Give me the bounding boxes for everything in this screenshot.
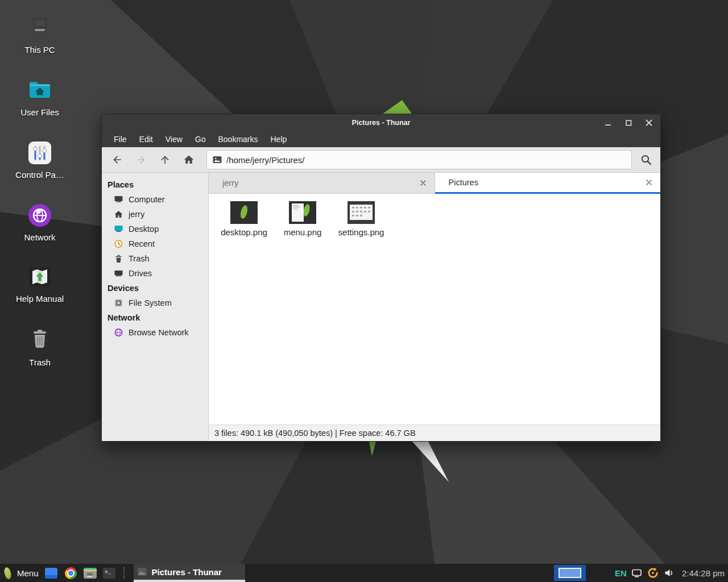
tab-bar: jerry Pictures [209,173,660,194]
sidebar-item-label: Drives [129,269,152,278]
path-bar[interactable]: /home/jerry/Pictures/ [206,150,632,169]
launcher-file-manager[interactable] [84,567,97,579]
menu-go[interactable]: Go [189,131,212,147]
task-button-thunar[interactable]: Pictures - Thunar [134,564,245,582]
chrome-icon [65,567,77,579]
file-list-view[interactable]: desktop.png menu.png [209,194,660,425]
toolbar: /home/jerry/Pictures/ [102,147,660,173]
update-manager-icon[interactable] [647,567,659,579]
sidebar-header-devices: Devices [102,281,208,296]
volume-icon[interactable] [664,568,675,577]
terminal-icon: >_ [103,568,115,579]
window-titlebar[interactable]: Pictures - Thunar [102,114,660,131]
trash-can-icon [27,327,53,354]
workspace-switcher[interactable] [554,565,586,581]
file-name: settings.png [338,227,384,237]
sidebar-item-label: jerry [129,210,144,219]
desktop-icon-network[interactable]: Network [5,202,75,242]
computer-icon [114,195,123,204]
sidebar-item-label: Recent [129,239,155,248]
desktop-icon-control-panel[interactable]: Control Pa… [5,140,75,180]
file-drawer-icon [84,568,97,579]
window-title: Pictures - Thunar [352,119,411,127]
menu-edit[interactable]: Edit [133,131,159,147]
search-button[interactable] [634,149,658,170]
sidebar-item-label: Browse Network [129,328,189,337]
launcher-blue-app[interactable] [45,567,58,579]
desktop-icon-label: Trash [29,357,51,367]
menu-view[interactable]: View [159,131,189,147]
sidebar-item-desktop[interactable]: Desktop [102,222,208,236]
home-icon [114,210,123,219]
tab-close-icon[interactable] [419,179,427,187]
launcher-chrome[interactable] [64,567,77,579]
desktop-icon-label: Control Pa… [15,170,64,180]
sidebar-item-browse-network[interactable]: Browse Network [102,325,208,340]
mint-menu-logo-icon[interactable] [3,566,13,579]
pc-icon [27,15,53,41]
tab-label: Pictures [449,178,478,187]
browse-network-globe-icon [114,328,123,337]
sidebar-item-label: File System [129,298,172,307]
clock[interactable]: 2:44:28 pm [680,568,725,578]
menu-button[interactable]: Menu [17,568,39,578]
sidebar: Places Computer jerry Desktop Recent Tra… [102,173,209,441]
maximize-icon[interactable] [624,118,633,127]
launcher-terminal[interactable]: >_ [103,567,116,579]
sidebar-item-file-system[interactable]: File System [102,296,208,310]
close-icon[interactable] [644,118,653,127]
sidebar-item-drives[interactable]: Drives [102,266,208,281]
image-window-icon [138,568,147,576]
tab-label: jerry [222,178,238,188]
home-button[interactable] [178,149,200,170]
file-item-desktop-png[interactable]: desktop.png [217,201,271,237]
menu-help[interactable]: Help [264,131,293,147]
menubar: File Edit View Go Bookmarks Help [102,131,660,147]
keyboard-layout-indicator[interactable]: EN [615,568,627,578]
desktop-icon-label: User Files [20,107,59,117]
desktop-icon-trash[interactable]: Trash [5,327,75,367]
menu-file[interactable]: File [107,131,133,147]
display-tray-icon[interactable] [632,569,642,577]
tab-jerry[interactable]: jerry [209,173,435,194]
sidebar-header-network: Network [102,310,208,325]
network-globe-icon [27,202,53,228]
file-name: menu.png [284,227,322,237]
status-bar: 3 files: 490.1 kB (490,050 bytes) | Free… [209,425,660,441]
sidebar-item-label: Computer [129,195,165,204]
file-item-menu-png[interactable]: menu.png [275,201,330,237]
thunar-window: Pictures - Thunar File Edit View Go Book… [101,114,661,442]
up-button[interactable] [154,149,176,170]
sidebar-item-recent[interactable]: Recent [102,236,208,251]
folder-home-icon [27,77,53,103]
forward-button[interactable] [130,149,152,170]
sidebar-item-label: Desktop [129,225,159,234]
desktop-icon-this-pc[interactable]: This PC [5,15,75,55]
blue-window-icon [45,568,57,579]
desktop-icon-user-files[interactable]: User Files [5,77,75,117]
image-file-icon [213,156,222,164]
recent-clock-icon [114,239,123,248]
up-arrow-icon [159,154,171,165]
back-button[interactable] [106,149,128,170]
forward-arrow-icon [135,154,147,165]
filesystem-drive-icon [114,298,123,307]
tab-pictures[interactable]: Pictures [435,173,661,194]
active-workspace [559,568,581,578]
sidebar-item-computer[interactable]: Computer [102,192,208,207]
desktop-icon-help-manual[interactable]: Help Manual [5,264,75,304]
desktop-png-thumbnail [230,201,258,224]
desktop-icon-label: Network [24,232,55,242]
minimize-icon[interactable] [603,118,613,127]
sidebar-item-trash[interactable]: Trash [102,251,208,266]
home-icon [183,154,195,165]
settings-png-thumbnail [348,201,375,224]
panel-separator-handle [123,567,127,579]
menu-bookmarks[interactable]: Bookmarks [212,131,264,147]
sidebar-item-jerry[interactable]: jerry [102,207,208,222]
tab-close-icon[interactable] [645,178,653,186]
path-text: /home/jerry/Pictures/ [226,155,305,165]
taskbar-panel: Menu >_ Pictures - Thunar EN 2:44:28 pm [0,564,728,582]
file-item-settings-png[interactable]: settings.png [334,201,388,237]
sidebar-header-places: Places [102,177,208,192]
